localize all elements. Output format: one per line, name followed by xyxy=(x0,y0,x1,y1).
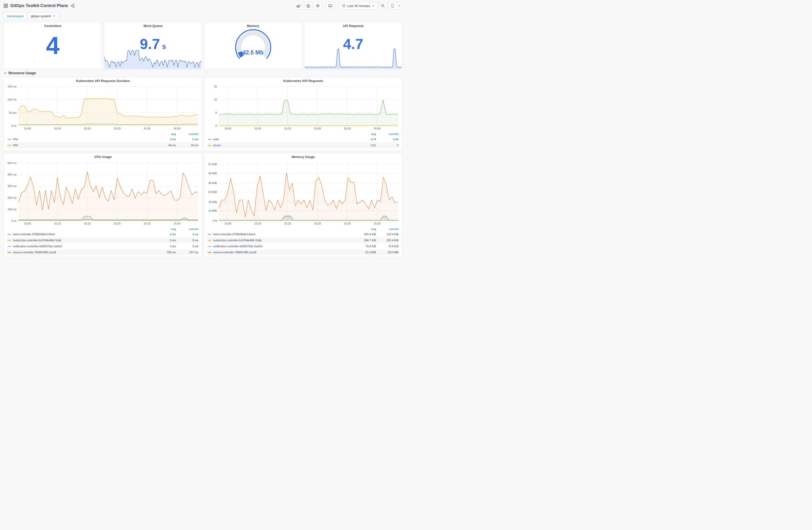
chart-canvas: 15:0515:1015:1515:2015:2515:30051015 xyxy=(206,83,400,131)
variable-namespace-select[interactable]: gitops-system xyxy=(28,12,58,20)
legend-series-label: helm-controller-57f9b56bbf-k24mk xyxy=(13,233,55,236)
time-series-plot[interactable]: 15:0515:1015:1515:2015:2515:300 ns50 ms1… xyxy=(6,83,200,131)
legend-current-value: 129.4 KiB xyxy=(376,233,398,236)
svg-text:15:20: 15:20 xyxy=(114,222,121,225)
legend-series-name: source-controller-7fb84fc985-zvsz8 xyxy=(207,251,353,254)
refresh-button[interactable] xyxy=(389,2,396,10)
legend-sort-current[interactable]: current xyxy=(376,227,398,231)
legend-series-name: kustomize-controller-6c6784b468-7kzfp xyxy=(6,239,153,242)
row-title: Resource Usage xyxy=(9,71,36,75)
legend-swatch-icon xyxy=(208,139,212,140)
legend-item[interactable]: source-controller-7fb84fc985-zvsz8236 ms… xyxy=(6,249,198,255)
svg-text:15:30: 15:30 xyxy=(174,222,180,225)
share-icon[interactable] xyxy=(71,4,74,8)
time-series-plot[interactable]: 15:0515:1015:1515:2015:2515:300 ns100 ms… xyxy=(6,159,200,226)
svg-text:100 ms: 100 ms xyxy=(8,208,17,211)
legend-swatch-icon xyxy=(8,234,11,235)
svg-text:15:10: 15:10 xyxy=(54,127,61,130)
variable-namespace-label: namespace xyxy=(4,12,27,20)
legend-item[interactable]: notification-controller-6d56575dc-5w9n93… xyxy=(6,243,198,249)
legend-item[interactable]: kustomize-controller-6c6784b468-7kzfp284… xyxy=(207,237,398,243)
legend-item[interactable]: notification-controller-6d56575dc-5w9n97… xyxy=(207,243,398,249)
legend-item[interactable]: errors0.010 xyxy=(207,142,398,148)
chevron-down-icon xyxy=(4,72,7,74)
chart-legend: avgcurrentP505 ms5 msP9948 ms43 ms xyxy=(4,131,202,150)
legend-series-label: notification-controller-6d56575dc-5w9n9 xyxy=(13,245,62,248)
legend-sort-avg[interactable]: avg xyxy=(353,227,376,231)
dashboard-settings-button[interactable] xyxy=(314,2,322,10)
legend-series-label: source-controller-7fb84fc985-zvsz8 xyxy=(13,251,56,254)
legend-item[interactable]: kustomize-controller-6c6784b468-7kzfp5 m… xyxy=(6,237,198,243)
panel-title[interactable]: Memory Usage xyxy=(204,153,402,159)
svg-text:0 B: 0 B xyxy=(213,219,217,222)
legend-series-name: kustomize-controller-6c6784b468-7kzfp xyxy=(207,239,353,242)
legend-item[interactable]: source-controller-7fb84fc985-zvsz821.0 M… xyxy=(207,249,398,255)
legend-swatch-icon xyxy=(8,240,11,241)
panel-memory: Memory 42.5 Mb xyxy=(204,22,302,69)
panel-title[interactable]: Kubernetes API Requests Duration xyxy=(4,77,202,83)
panel-title[interactable]: Work Queue xyxy=(104,22,202,28)
panel-title[interactable]: Memory xyxy=(204,22,302,28)
legend-item[interactable]: total4.744.44 xyxy=(207,136,398,142)
legend-sort-avg[interactable]: avg xyxy=(353,132,376,135)
svg-text:15:30: 15:30 xyxy=(374,222,381,225)
legend-avg-value: 360.5 KiB xyxy=(353,233,376,236)
refresh-interval-button[interactable] xyxy=(396,2,402,10)
refresh-button-group xyxy=(389,2,402,10)
legend-swatch-icon xyxy=(208,246,212,247)
legend-item[interactable]: helm-controller-57f9b56bbf-k24mk360.5 Ki… xyxy=(207,231,398,237)
panel-cpu-usage: CPU Usage 15:0515:1015:1515:2015:2515:30… xyxy=(4,153,202,257)
legend-current-value: 76.6 KiB xyxy=(376,245,398,248)
panel-title[interactable]: Controllers xyxy=(4,22,102,28)
legend-rows: helm-controller-57f9b56bbf-k24mk5 ms4 ms… xyxy=(6,231,198,255)
legend-sort-current[interactable]: current xyxy=(176,132,198,135)
svg-text:400 ms: 400 ms xyxy=(8,173,17,176)
panel-title[interactable]: API Requests xyxy=(304,22,402,28)
svg-text:15:05: 15:05 xyxy=(24,127,31,130)
save-dashboard-button[interactable] xyxy=(304,2,312,10)
chart-legend: avgcurrenthelm-controller-57f9b56bbf-k24… xyxy=(204,226,402,257)
legend-rows: P505 ms5 msP9948 ms43 ms xyxy=(6,136,198,148)
legend-series-name: total xyxy=(207,138,353,141)
time-series-plot[interactable]: 15:0515:1015:1515:2015:2515:30051015 xyxy=(206,83,400,131)
chevron-down-icon xyxy=(372,4,375,7)
time-range-picker[interactable]: Last 30 minutes xyxy=(339,2,377,10)
memory-gauge: 42.5 Mb xyxy=(224,28,282,66)
legend-item[interactable]: P505 ms5 ms xyxy=(6,136,198,142)
svg-text:48 MiB: 48 MiB xyxy=(208,172,217,175)
legend-series-name: P99 xyxy=(6,144,153,147)
panel-title[interactable]: CPU Usage xyxy=(4,153,202,159)
legend-series-name: notification-controller-6d56575dc-5w9n9 xyxy=(6,245,153,248)
legend-series-label: errors xyxy=(213,144,221,147)
svg-text:50 ms: 50 ms xyxy=(9,111,16,114)
legend-sort-current[interactable]: current xyxy=(376,132,398,135)
legend-avg-value: 48 ms xyxy=(153,144,176,147)
legend-series-label: notification-controller-6d56575dc-5w9n9 xyxy=(213,245,262,248)
legend-series-label: helm-controller-57f9b56bbf-k24mk xyxy=(213,233,256,236)
legend-series-name: helm-controller-57f9b56bbf-k24mk xyxy=(207,233,353,236)
add-panel-button[interactable] xyxy=(294,2,303,10)
legend-sort-avg[interactable]: avg xyxy=(153,132,176,135)
save-icon xyxy=(306,4,310,8)
legend-current-value: 302.4 KiB xyxy=(376,239,398,242)
legend-item[interactable]: helm-controller-57f9b56bbf-k24mk5 ms4 ms xyxy=(6,231,198,237)
legend-avg-value: 76.6 KiB xyxy=(353,245,376,248)
legend-item[interactable]: P9948 ms43 ms xyxy=(6,142,198,148)
svg-text:0 ns: 0 ns xyxy=(11,124,16,127)
time-series-plot[interactable]: 15:0515:1015:1515:2015:2515:300 B10 MiB1… xyxy=(206,159,400,226)
zoom-out-button[interactable] xyxy=(379,2,387,10)
legend-swatch-icon xyxy=(8,246,11,247)
svg-text:15:15: 15:15 xyxy=(284,222,291,225)
legend-swatch-icon xyxy=(8,252,11,253)
row-resource-usage[interactable]: Resource Usage xyxy=(4,69,402,77)
legend-series-label: P99 xyxy=(13,144,18,147)
cycle-view-mode-button[interactable] xyxy=(326,2,334,10)
svg-text:15: 15 xyxy=(214,85,217,88)
legend-sort-current[interactable]: current xyxy=(176,227,198,231)
legend-current-value: 20.6 MiB xyxy=(376,251,398,254)
panel-title[interactable]: Kubernetes API Requests xyxy=(204,77,402,83)
svg-text:15:25: 15:25 xyxy=(144,222,150,225)
svg-text:15:15: 15:15 xyxy=(284,127,291,130)
legend-sort-avg[interactable]: avg xyxy=(153,227,176,231)
legend-avg-value: 3 ms xyxy=(153,245,176,248)
